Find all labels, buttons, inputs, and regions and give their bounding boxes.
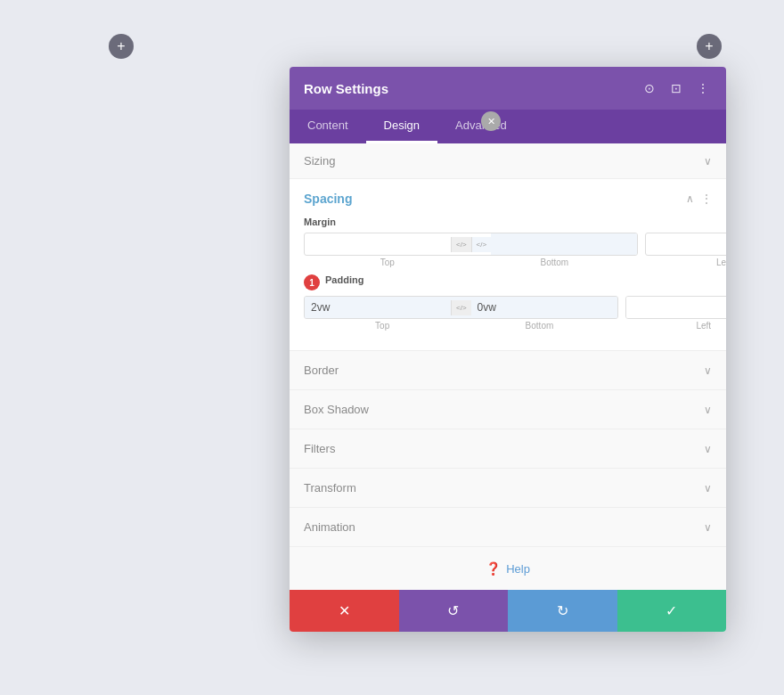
padding-lr-field-wrap: </> [625, 296, 726, 319]
tab-advanced[interactable]: Advanced [437, 110, 525, 143]
animation-label: Animation [304, 520, 355, 534]
add-button-right[interactable]: + [697, 34, 722, 59]
more-icon[interactable]: ⋮ [694, 79, 712, 97]
spacing-title: Spacing [304, 192, 352, 206]
spacing-section-header: Spacing ∧ ⋮ [304, 192, 712, 206]
tab-design[interactable]: Design [366, 110, 437, 143]
target-icon[interactable]: ⊙ [641, 79, 658, 97]
padding-bottom-label: Bottom [461, 321, 617, 331]
padding-top-label: Top [304, 321, 461, 331]
padding-left-right: </> Left Right [625, 296, 726, 331]
modal-title: Row Settings [304, 81, 388, 96]
close-modal-button[interactable]: ✕ [481, 111, 501, 131]
margin-left-right: </> Left Right [645, 233, 726, 267]
sizing-section[interactable]: Sizing ∨ [290, 143, 726, 179]
filters-chevron-icon: ∨ [704, 443, 712, 455]
padding-top-bottom: </> Top Bottom [304, 296, 618, 331]
spacing-header-icons: ∧ ⋮ [686, 192, 712, 205]
modal-footer: ✕ ↺ ↻ ✓ [290, 590, 726, 632]
margin-top-label: Top [304, 258, 471, 267]
box-shadow-section[interactable]: Box Shadow ∨ [290, 390, 726, 429]
margin-left-input[interactable] [646, 233, 726, 255]
padding-group: 1 Padding </> Top Bottom [304, 274, 712, 331]
box-shadow-label: Box Shadow [304, 403, 369, 416]
add-button-left[interactable]: + [109, 34, 134, 59]
plus-icon-left: + [117, 38, 125, 54]
filters-label: Filters [304, 442, 335, 455]
save-button[interactable]: ✓ [617, 590, 727, 632]
padding-tb-field-wrap: </> [304, 296, 618, 319]
padding-number-badge: 1 [304, 274, 320, 290]
row-settings-modal: Row Settings ⊙ ⊡ ⋮ Content Design Advanc… [290, 67, 726, 632]
padding-bottom-input[interactable] [471, 297, 617, 318]
tab-content[interactable]: Content [290, 110, 366, 143]
margin-group: Margin </> </> Top Bottom [304, 217, 712, 267]
padding-top-input[interactable] [305, 297, 451, 318]
columns-icon[interactable]: ⊡ [667, 79, 685, 97]
padding-label: Padding [325, 274, 363, 285]
modal-header-icons: ⊙ ⊡ ⋮ [641, 79, 712, 97]
animation-section[interactable]: Animation ∨ [290, 508, 726, 547]
spacing-section: Spacing ∧ ⋮ Margin </> </> [290, 179, 726, 351]
transform-section[interactable]: Transform ∨ [290, 469, 726, 508]
padding-left-input[interactable] [626, 297, 726, 318]
padding-lr-labels: Left Right [625, 321, 726, 331]
border-section[interactable]: Border ∨ [290, 351, 726, 390]
margin-tb-labels: Top Bottom [304, 258, 638, 267]
filters-section[interactable]: Filters ∨ [290, 429, 726, 469]
margin-lr-field-wrap: </> [645, 233, 726, 256]
margin-left-label: Left [645, 258, 726, 267]
plus-icon-right: + [705, 38, 713, 54]
help-icon[interactable]: ❓ [486, 561, 501, 576]
border-label: Border [304, 364, 339, 377]
box-shadow-chevron-icon: ∨ [704, 404, 712, 416]
padding-left-label: Left [625, 321, 726, 331]
margin-bottom-label: Bottom [471, 258, 639, 267]
transform-label: Transform [304, 481, 356, 495]
margin-top-input[interactable] [305, 233, 451, 255]
margin-bottom-code-icon[interactable]: </> [471, 237, 492, 252]
animation-chevron-icon: ∨ [704, 521, 712, 534]
margin-top-field-wrap: </> </> [304, 233, 638, 256]
cancel-button[interactable]: ✕ [290, 590, 399, 632]
border-chevron-icon: ∨ [704, 364, 712, 377]
help-row: ❓ Help [290, 547, 726, 590]
sizing-chevron-icon: ∨ [704, 155, 712, 168]
modal-tabs: Content Design Advanced [290, 110, 726, 143]
modal-body: Sizing ∨ Spacing ∧ ⋮ Margin [290, 143, 726, 590]
redo-button[interactable]: ↻ [508, 590, 617, 632]
spacing-more-icon[interactable]: ⋮ [701, 192, 712, 205]
modal-header: Row Settings ⊙ ⊡ ⋮ [290, 67, 726, 110]
margin-fields: </> </> Top Bottom </> [304, 233, 712, 267]
transform-chevron-icon: ∨ [704, 482, 712, 495]
margin-top-bottom: </> </> Top Bottom [304, 233, 638, 267]
margin-label: Margin [304, 217, 712, 227]
sizing-label: Sizing [304, 154, 335, 168]
collapse-icon[interactable]: ∧ [686, 192, 694, 205]
help-text[interactable]: Help [506, 562, 530, 576]
margin-lr-labels: Left Right [645, 258, 726, 267]
padding-tb-labels: Top Bottom [304, 321, 618, 331]
padding-fields: </> Top Bottom </> [304, 296, 712, 331]
reset-button[interactable]: ↺ [399, 590, 509, 632]
padding-top-code-icon[interactable]: </> [451, 300, 471, 315]
margin-top-code-icon[interactable]: </> [451, 237, 471, 252]
margin-bottom-input[interactable] [491, 233, 637, 255]
